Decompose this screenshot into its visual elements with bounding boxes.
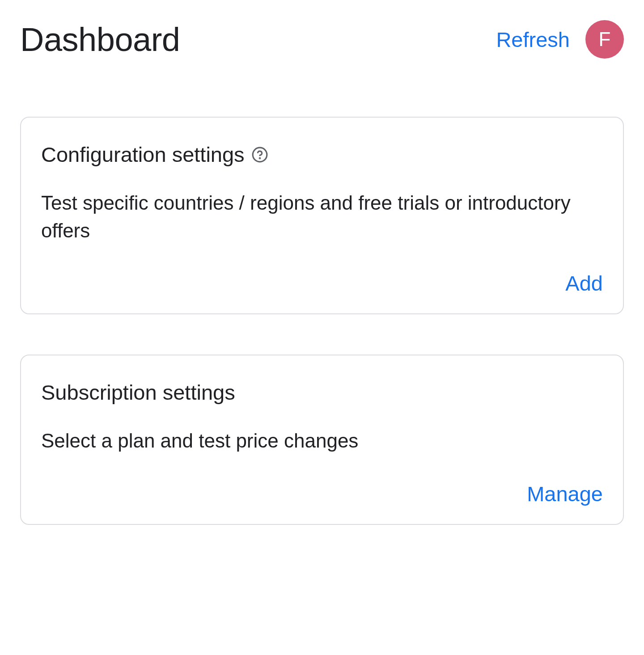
avatar[interactable]: F: [585, 20, 624, 59]
card-header: Configuration settings: [41, 142, 603, 167]
header: Dashboard Refresh F: [20, 20, 624, 59]
help-icon[interactable]: [251, 146, 268, 163]
configuration-settings-card: Configuration settings Test specific cou…: [20, 117, 624, 314]
card-description: Select a plan and test price changes: [41, 427, 603, 455]
card-title: Subscription settings: [41, 380, 235, 405]
card-description: Test specific countries / regions and fr…: [41, 189, 603, 244]
header-right: Refresh F: [496, 20, 624, 59]
manage-button[interactable]: Manage: [527, 482, 603, 506]
refresh-button[interactable]: Refresh: [496, 27, 570, 52]
avatar-initial: F: [599, 28, 611, 51]
card-title: Configuration settings: [41, 142, 245, 167]
card-action-row: Manage: [41, 482, 603, 506]
card-action-row: Add: [41, 271, 603, 296]
card-header: Subscription settings: [41, 380, 603, 405]
svg-point-1: [259, 158, 260, 159]
subscription-settings-card: Subscription settings Select a plan and …: [20, 355, 624, 525]
page-title: Dashboard: [20, 21, 180, 59]
add-button[interactable]: Add: [565, 271, 603, 296]
